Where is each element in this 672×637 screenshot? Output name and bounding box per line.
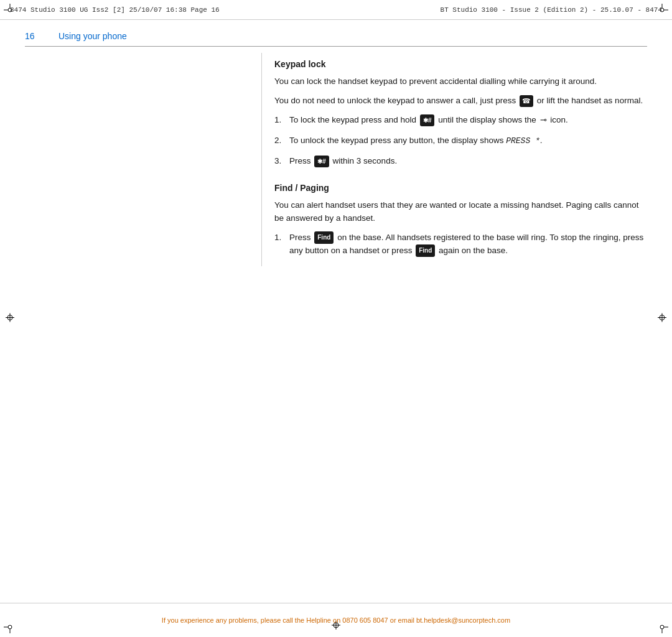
step1-content: To lock the keypad press and hold ✱# unt… — [289, 114, 647, 127]
step1-number: 1. — [274, 114, 289, 127]
print-header: 8474 Studio 3100 UG Iss2 [2] 25/10/07 16… — [0, 0, 672, 20]
find-step-1: 1. Press Find on the base. All handsets … — [274, 231, 647, 258]
para2-prefix: You do not need to unlock the keypad to … — [274, 96, 516, 105]
star-hash-key-icon: ✱# — [420, 114, 435, 127]
find-button-icon-2: Find — [416, 244, 435, 257]
lock-arrow-symbol: ⊸ — [540, 114, 547, 126]
keypad-lock-para1: You can lock the handset keypad to preve… — [274, 75, 647, 88]
col-left — [25, 47, 261, 272]
press-star-text: PRESS * — [506, 136, 540, 146]
step2-number: 2. — [274, 134, 289, 147]
center-mark-left — [4, 312, 16, 326]
keypad-lock-para2: You do not need to unlock the keypad to … — [274, 95, 647, 108]
find-step1-content: Press Find on the base. All handsets reg… — [289, 231, 647, 258]
step3-content: Press ✱# within 3 seconds. — [289, 155, 647, 168]
find-paging-section: Find / Paging You can alert handset user… — [274, 183, 647, 258]
step3-number: 3. — [274, 155, 289, 168]
print-header-left: 8474 Studio 3100 UG Iss2 [2] 25/10/07 16… — [10, 6, 441, 14]
keypad-lock-steps: 1. To lock the keypad press and hold ✱# … — [274, 114, 647, 168]
find-button-icon: Find — [314, 231, 334, 244]
find-paging-heading: Find / Paging — [274, 183, 647, 193]
keypad-lock-heading: Keypad lock — [274, 59, 647, 69]
keypad-lock-section: Keypad lock You can lock the handset key… — [274, 59, 647, 168]
section-title: Using your phone — [58, 31, 127, 41]
page-content: 16 Using your phone Keypad lock You can … — [25, 20, 647, 600]
keypad-step-3: 3. Press ✱# within 3 seconds. — [274, 155, 647, 168]
star-hash-key-icon-2: ✱# — [314, 156, 329, 168]
find-paging-steps: 1. Press Find on the base. All handsets … — [274, 231, 647, 258]
keypad-step-2: 2. To unlock the keypad press any button… — [274, 134, 647, 147]
col-right: Keypad lock You can lock the handset key… — [262, 47, 647, 272]
center-mark-right — [656, 312, 668, 326]
find-step1-number: 1. — [274, 231, 289, 244]
find-paging-para1: You can alert handset users that they ar… — [274, 199, 647, 225]
phone-call-icon: ☎ — [520, 95, 533, 107]
two-col-layout: Keypad lock You can lock the handset key… — [25, 47, 647, 272]
step2-content: To unlock the keypad press any button, t… — [289, 134, 647, 147]
footer-text: If you experience any problems, please c… — [162, 616, 510, 624]
print-header-right: BT Studio 3100 - Issue 2 (Edition 2) - 2… — [441, 6, 662, 14]
page-header: 16 Using your phone — [25, 20, 647, 46]
page-footer: If you experience any problems, please c… — [0, 603, 672, 637]
page-number: 16 — [25, 31, 44, 41]
keypad-step-1: 1. To lock the keypad press and hold ✱# … — [274, 114, 647, 127]
para2-suffix: or lift the handset as normal. — [537, 96, 643, 105]
